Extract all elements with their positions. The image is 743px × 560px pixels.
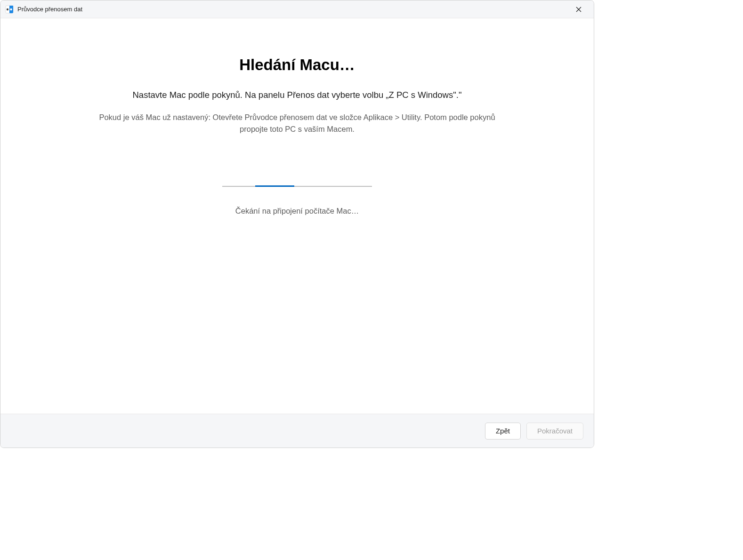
subtext: Pokud je váš Mac už nastavený: Otevřete … — [90, 112, 504, 135]
titlebar: Průvodce přenosem dat — [0, 0, 594, 18]
waiting-status: Čekání na připojení počítače Mac… — [235, 207, 359, 216]
app-icon — [5, 5, 14, 14]
svg-point-1 — [7, 8, 8, 10]
main-content: Hledání Macu… Nastavte Mac podle pokynů.… — [0, 18, 594, 414]
close-button[interactable] — [568, 2, 589, 17]
window-title: Průvodce přenosem dat — [17, 6, 568, 13]
footer: Zpět Pokračovat — [0, 414, 594, 448]
close-icon — [576, 7, 581, 12]
svg-point-2 — [10, 8, 12, 10]
back-button[interactable]: Zpět — [485, 423, 521, 440]
progress-bar — [222, 186, 372, 187]
progress-fill — [255, 185, 294, 187]
instruction-text: Nastavte Mac podle pokynů. Na panelu Pře… — [133, 90, 462, 100]
continue-button: Pokračovat — [526, 423, 583, 440]
page-heading: Hledání Macu… — [239, 56, 355, 74]
